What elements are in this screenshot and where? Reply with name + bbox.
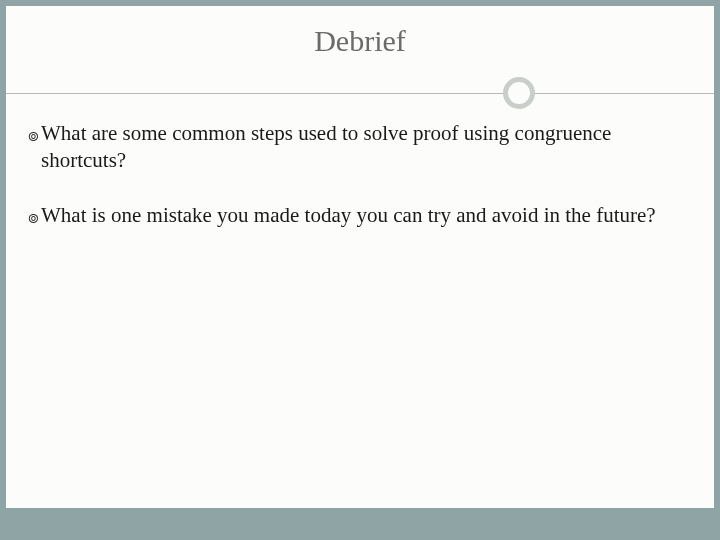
bullet-text: What is one mistake you made today you c… [41, 202, 692, 229]
divider-ring-icon [503, 77, 535, 109]
content-area: ๏ What are some common steps used to sol… [6, 110, 714, 229]
bullet-text: What are some common steps used to solve… [41, 120, 692, 174]
bullet-icon: ๏ [28, 206, 39, 229]
bullet-icon: ๏ [28, 124, 39, 147]
slide-surface: Debrief ๏ What are some common steps use… [6, 6, 714, 534]
slide-title: Debrief [6, 6, 714, 76]
footer-bar [6, 508, 714, 534]
slide-frame: Debrief ๏ What are some common steps use… [0, 0, 720, 540]
divider-line [6, 93, 714, 94]
list-item: ๏ What is one mistake you made today you… [28, 202, 692, 229]
title-divider [6, 76, 714, 110]
list-item: ๏ What are some common steps used to sol… [28, 120, 692, 174]
